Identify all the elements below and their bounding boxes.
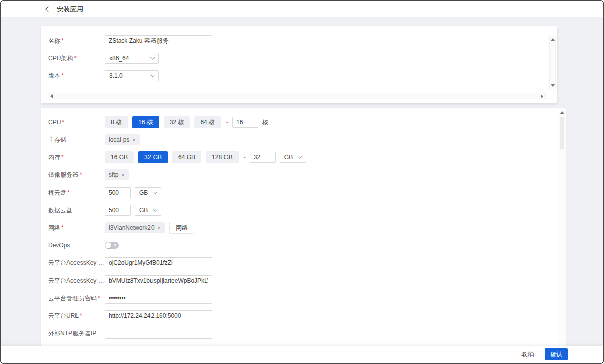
required-asterisk: * [61,72,64,79]
tag-text: l3VlanNetwork20 [109,224,155,231]
scrollbar-thumb[interactable] [560,117,564,149]
chevron-down-icon [153,190,157,194]
scroll-right-icon[interactable] [541,94,543,98]
add-network-button[interactable]: 网络 [169,222,194,234]
name-label: 名称* [48,37,105,45]
image-server-row: 镜像服务器* sftp × [48,169,566,181]
primary-storage-label: 主存储 [48,136,105,144]
access-key-secret-label: 云平台AccessKey Secr... [48,277,105,285]
cancel-button[interactable]: 取消 [521,350,534,359]
memory-unit-value: GB [284,154,293,161]
required-asterisk: * [74,55,77,62]
top-bar: 安装应用 [1,1,603,17]
dialog-footer: 取消 确认 [1,346,603,363]
required-asterisk: * [61,37,64,44]
basic-info-panel: 名称* CPU架构* x86_64 版本* 3.1.0 [41,26,557,103]
ntp-server-input[interactable] [105,328,212,339]
cpu-option-16-selected[interactable]: 16 核 [132,116,159,128]
root-disk-size-input[interactable] [105,187,131,198]
scroll-up-icon[interactable] [560,111,564,114]
cpu-option-8[interactable]: 8 核 [105,116,128,128]
network-row: 网络* l3VlanNetwork20 × 网络 [48,222,566,234]
access-key-id-input[interactable] [105,257,212,268]
scroll-down-icon[interactable] [551,84,555,87]
memory-row: 内存* 16 GB 32 GB 64 GB 128 GB - GB [48,151,566,163]
data-disk-unit-select[interactable]: GB [135,205,161,216]
version-row: 版本* 3.1.0 [48,70,557,81]
primary-storage-row: 主存储 local-ps × [48,134,566,146]
scroll-up-icon[interactable] [551,38,555,41]
version-value: 3.1.0 [109,72,123,79]
page-title: 安装应用 [57,5,83,14]
data-disk-row: 数据云盘 GB [48,204,566,216]
panel1-vertical-scrollbar[interactable] [549,36,556,89]
admin-password-label: 云平台管理员密码* [48,294,105,303]
panel2-vertical-scrollbar[interactable] [559,109,565,345]
toggle-knob [105,242,111,248]
remove-tag-icon[interactable]: × [132,137,135,143]
cpu-option-32[interactable]: 32 核 [164,116,190,128]
cpu-unit-label: 核 [262,118,268,127]
memory-option-16gb[interactable]: 16 GB [105,151,134,163]
ntp-server-row: 外部NTP服务器IP [48,327,566,339]
chevron-down-icon [298,154,302,158]
cpu-arch-label: CPU架构* [48,54,105,63]
cpu-arch-row: CPU架构* x86_64 [48,53,557,64]
required-asterisk: * [98,295,100,302]
access-key-secret-input[interactable] [105,275,212,286]
root-disk-unit-value: GB [139,189,148,196]
version-label: 版本* [48,72,105,80]
remove-tag-icon[interactable]: × [121,172,124,178]
cpu-custom-input[interactable] [232,117,258,128]
root-disk-unit-select[interactable]: GB [135,187,161,198]
cpu-arch-select[interactable]: x86_64 [105,53,159,64]
image-server-label: 镜像服务器* [48,171,105,179]
range-dash: - [226,119,228,126]
chevron-down-icon [153,207,157,211]
memory-custom-input[interactable] [250,152,276,163]
memory-label: 内存* [48,153,105,162]
required-asterisk: * [62,119,64,126]
confirm-button[interactable]: 确认 [545,348,568,360]
ntp-server-label: 外部NTP服务器IP [48,329,105,338]
range-dash: - [244,154,246,161]
network-tag: l3VlanNetwork20 × [105,222,165,233]
back-icon[interactable] [45,6,51,12]
access-key-id-row: 云平台AccessKey ID* [48,257,566,269]
devops-toggle-off[interactable]: ✕ [105,242,119,249]
admin-password-row: 云平台管理员密码* [48,292,566,304]
cpu-arch-value: x86_64 [109,55,129,62]
toggle-off-icon: ✕ [113,243,117,247]
required-asterisk: * [61,224,64,231]
platform-url-label: 云平台URL* [48,312,105,320]
access-key-id-label: 云平台AccessKey ID* [48,259,105,267]
data-disk-unit-value: GB [139,207,148,214]
image-server-tag: sftp × [105,169,129,180]
required-asterisk: * [80,171,82,178]
platform-url-input[interactable] [105,310,212,321]
cpu-row: CPU* 8 核 16 核 32 核 64 核 - 核 [48,116,566,128]
tag-text: local-ps [109,136,129,143]
root-disk-label: 根云盘* [48,189,105,197]
remove-tag-icon[interactable]: × [158,225,161,231]
admin-password-input[interactable] [105,293,212,304]
cpu-option-64[interactable]: 64 核 [194,116,221,128]
config-panel: CPU* 8 核 16 核 32 核 64 核 - 核 主存储 local-ps… [41,108,566,347]
data-disk-label: 数据云盘 [48,206,105,215]
network-label: 网络* [48,224,105,232]
version-select[interactable]: 3.1.0 [105,70,159,81]
name-input[interactable] [105,35,212,46]
chevron-down-icon [150,55,155,59]
install-app-dialog: 安装应用 名称* CPU架构* x86_64 版本* 3.1.0 [0,0,604,364]
scroll-left-icon[interactable] [50,94,53,98]
memory-option-64gb[interactable]: 64 GB [172,151,201,163]
memory-option-128gb[interactable]: 128 GB [206,151,239,163]
panel1-horizontal-scrollbar[interactable] [48,93,546,99]
cpu-label: CPU* [48,119,105,126]
data-disk-size-input[interactable] [105,205,131,216]
memory-unit-select[interactable]: GB [280,152,306,163]
devops-row: DevOps ✕ [48,239,566,251]
memory-option-32gb-selected[interactable]: 32 GB [138,151,168,163]
tag-text: sftp [109,171,118,178]
primary-storage-tag: local-ps × [105,134,140,145]
